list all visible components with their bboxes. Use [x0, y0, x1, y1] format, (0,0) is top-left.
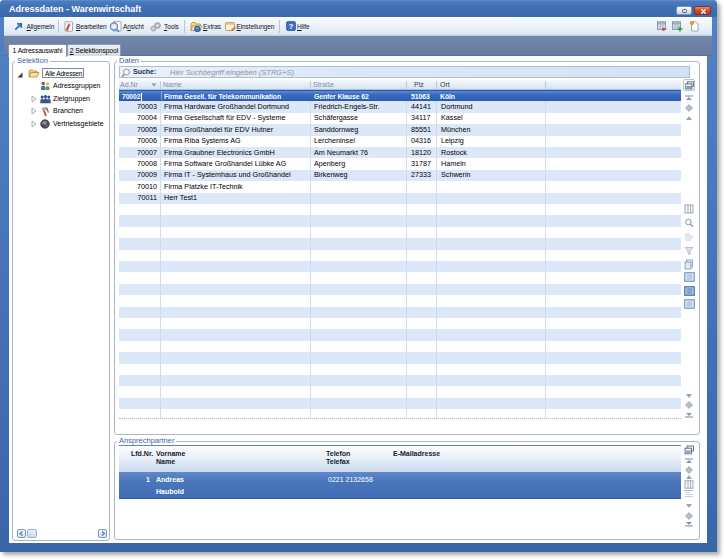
- svg-text:?: ?: [288, 22, 293, 31]
